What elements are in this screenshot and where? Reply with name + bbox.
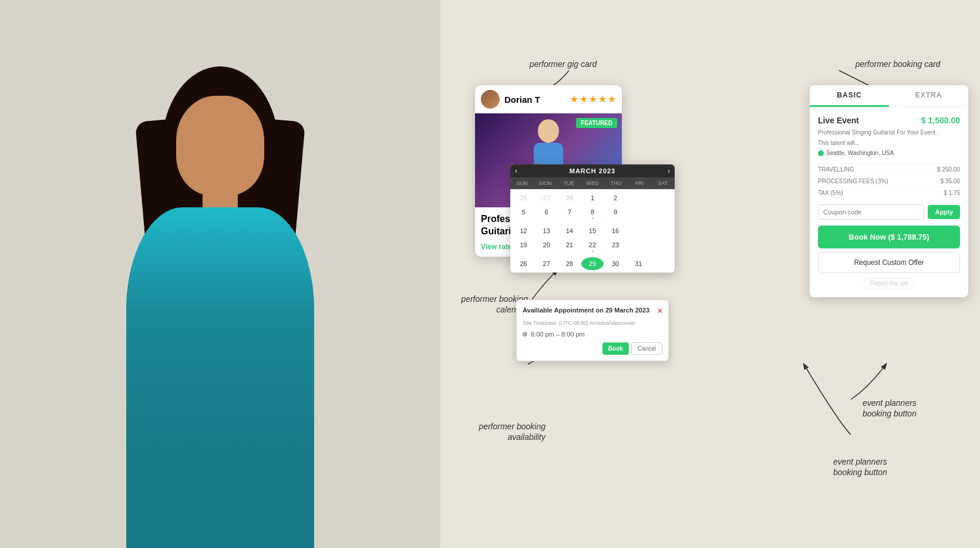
cal-day [628,206,649,223]
popup-header: Availiable Appointment on 29 March 2023 … [523,306,662,315]
annotation-booking-card: performer booking card [839,59,957,69]
cal-day[interactable]: 6 [536,206,557,223]
availability-popup: Availiable Appointment on 29 March 2023 … [516,300,669,361]
star-2 [580,95,588,103]
star-4 [598,95,607,103]
annotation-booking-btn1: event plannersbooking button [863,398,962,419]
cal-day[interactable]: 1 [581,191,603,204]
booking-tabs: BASIC EXTRA [810,85,968,107]
cal-day[interactable]: 28 [558,191,580,204]
cal-day[interactable]: 12 [513,224,534,237]
day-sun: SUN [510,179,534,187]
cal-day [628,238,649,256]
processing-label: PROCESSING FEES (3%) [818,178,888,184]
cal-day [628,191,649,204]
service-name: Live Event [818,116,859,125]
cal-day[interactable]: 22 [581,238,603,256]
request-custom-button[interactable]: Request Custom Offer [818,252,960,273]
svg-point-0 [538,119,559,143]
tab-extra[interactable]: EXTRA [889,85,968,107]
cal-day[interactable]: 27 [536,257,557,270]
annotation-booking-btn2: event plannersbooking button [833,456,933,478]
star-5 [608,95,616,103]
cal-day[interactable]: 20 [536,238,557,256]
location-icon [818,150,824,156]
cal-day[interactable]: 9 [605,206,627,223]
cal-day[interactable]: 14 [558,224,580,237]
cal-day[interactable]: 15 [581,224,603,237]
cal-prev-btn[interactable]: ‹ [510,164,522,177]
cal-day [628,224,649,237]
coupon-row: Apply [818,204,960,220]
cal-day[interactable]: 16 [605,224,627,237]
cal-day[interactable]: 2 [605,191,627,204]
avatar [481,90,500,109]
processing-row: PROCESSING FEES (3%) $ 35.00 [818,175,960,187]
popup-close-btn[interactable]: × [658,306,662,315]
cal-day[interactable]: 30 [605,257,627,270]
gig-card-header: Dorian T [475,85,622,113]
shirt [126,207,314,548]
cal-day[interactable]: 7 [558,206,580,223]
cal-day [651,206,672,223]
time-dot [523,332,527,337]
calendar-nav: ‹ MARCH 2023 › [510,164,675,177]
star-rating [570,95,616,103]
travelling-value: $ 250.00 [937,166,960,173]
service-row: Live Event $ 1,500.00 [818,116,960,125]
popup-cancel-button[interactable]: Cancel [631,342,662,355]
time-slot: 6:00 pm – 8:00 pm [523,331,662,338]
cal-day [651,224,672,237]
service-location: Seattle, Washington, USA [818,150,960,156]
person-background [0,0,440,548]
cal-day-today[interactable]: 29 [581,257,603,270]
popup-book-button[interactable]: Book [602,342,629,355]
calendar-month: MARCH 2023 [522,167,663,174]
day-wed: WED [581,179,604,187]
cal-day[interactable]: 26 [513,257,534,270]
day-fri: FRI [628,179,651,187]
location-text: Seattle, Washington, USA [826,150,894,156]
service-sub-description: This talent will... [818,139,960,147]
cal-day[interactable]: 26 [513,191,534,204]
cal-day[interactable]: 19 [513,238,534,256]
cal-day[interactable]: 5 [513,206,534,223]
star-1 [570,95,578,103]
day-sat: SAT [651,179,675,187]
cal-day[interactable]: 28 [558,257,580,270]
popup-title: Availiable Appointment on 29 March 2023 [523,306,649,315]
tax-label: TAX (5%) [818,190,843,196]
cal-day[interactable]: 31 [628,257,649,270]
calendar-days-header: SUN MON TUE WED THU FRI SAT [510,177,675,189]
cal-day [651,238,672,256]
apply-button[interactable]: Apply [928,205,960,219]
tax-row: TAX (5%) $ 1.75 [818,187,960,199]
cards-area: performer gig card performer booking car… [440,0,980,548]
cal-day[interactable]: 8 [581,206,603,223]
cal-day[interactable]: 23 [605,238,627,256]
time-slot-label: 6:00 pm – 8:00 pm [531,331,585,338]
report-job-link[interactable]: Report this job [864,278,914,289]
cal-next-btn[interactable]: › [663,164,675,177]
day-mon: MON [534,179,557,187]
book-now-button[interactable]: Book Now ($ 1,788.75) [818,226,960,248]
cal-day[interactable]: 13 [536,224,557,237]
popup-actions: Book Cancel [523,342,662,355]
cal-day [651,191,672,204]
star-3 [589,95,597,103]
annotation-availability: performer bookingavailability [452,421,545,442]
coupon-input[interactable] [818,204,924,220]
annotation-calendar: performer bookingcalendar [446,294,528,315]
annotation-gig-card: performer gig card [516,59,610,69]
travelling-row: TRAVELLING $ 250.00 [818,163,960,175]
booking-body: Live Event $ 1,500.00 Professional Singi… [810,107,968,297]
tab-basic[interactable]: BASIC [810,85,889,107]
cal-day[interactable]: 27 [536,191,557,204]
day-thu: THU [604,179,628,187]
processing-value: $ 35.00 [941,178,960,184]
popup-subtitle: Site Timezone: (UTC-08:00) America/Vanco… [523,320,662,326]
calendar-grid: 26 27 28 1 2 5 6 7 8 9 12 13 14 15 16 19 [510,189,675,273]
performer-name: Dorian T [504,95,565,105]
cal-day[interactable]: 21 [558,238,580,256]
featured-badge: FEATURED [576,118,617,128]
